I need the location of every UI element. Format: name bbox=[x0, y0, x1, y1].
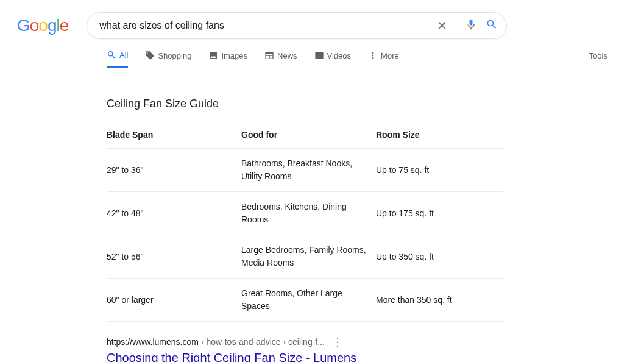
tab-label: Videos bbox=[327, 51, 352, 60]
size-guide-table: Blade Span Good for Room Size 29" to 36"… bbox=[107, 124, 503, 322]
tab-videos[interactable]: Videos bbox=[314, 51, 352, 67]
table-row: 60" or larger Great Rooms, Other Large S… bbox=[107, 279, 503, 322]
tab-label: Shopping bbox=[158, 51, 191, 60]
result-cite: https://www.lumens.com › how-tos-and-adv… bbox=[107, 337, 325, 347]
tab-label: News bbox=[277, 51, 297, 60]
result-title-link[interactable]: Choosing the Right Ceiling Fan Size - Lu… bbox=[107, 351, 503, 362]
table-header: Blade Span bbox=[107, 124, 241, 149]
tab-news[interactable]: News bbox=[264, 51, 297, 67]
search-bar: ✕ bbox=[87, 12, 507, 39]
tab-label: Images bbox=[221, 51, 247, 60]
table-header: Good for bbox=[241, 124, 376, 149]
mic-icon[interactable] bbox=[465, 18, 477, 33]
search-input[interactable] bbox=[96, 20, 437, 31]
google-logo[interactable]: Google bbox=[17, 16, 68, 35]
tab-more[interactable]: More bbox=[368, 51, 399, 67]
more-vertical-icon bbox=[368, 51, 378, 60]
tab-shopping[interactable]: Shopping bbox=[145, 51, 191, 67]
divider bbox=[456, 18, 456, 33]
image-icon bbox=[208, 51, 218, 60]
search-icon[interactable] bbox=[486, 18, 498, 33]
news-icon bbox=[264, 51, 274, 60]
more-vertical-icon[interactable]: ⋮ bbox=[332, 336, 343, 347]
tab-all[interactable]: All bbox=[107, 50, 128, 68]
table-row: 52" to 56" Large Bedrooms, Family Rooms,… bbox=[107, 235, 503, 279]
clear-icon[interactable]: ✕ bbox=[437, 18, 447, 33]
tag-icon bbox=[145, 51, 155, 60]
tab-images[interactable]: Images bbox=[208, 51, 247, 67]
tab-label: More bbox=[381, 51, 399, 60]
table-row: 29" to 36" Bathrooms, Breakfast Nooks, U… bbox=[107, 149, 503, 192]
table-header: Room Size bbox=[376, 124, 503, 149]
table-row: 42" to 48" Bedrooms, Kitchens, Dining Ro… bbox=[107, 192, 503, 235]
tab-label: All bbox=[119, 51, 128, 60]
tools-button[interactable]: Tools bbox=[589, 51, 607, 67]
search-icon bbox=[107, 50, 116, 60]
featured-snippet-title: Ceiling Fan Size Guide bbox=[107, 98, 503, 110]
video-icon bbox=[314, 51, 324, 60]
